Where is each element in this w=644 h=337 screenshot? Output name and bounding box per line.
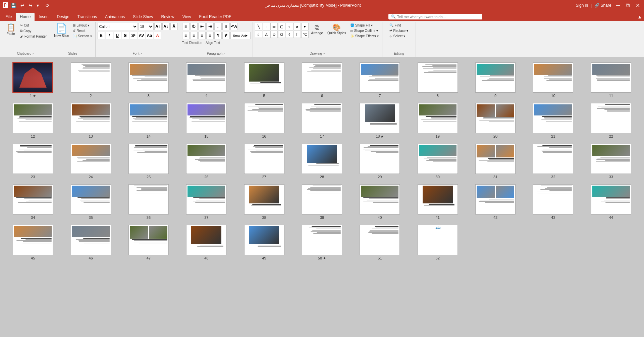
- customize-quick-access-button[interactable]: ▾: [35, 2, 40, 9]
- tab-foxit[interactable]: Foxit Reader PDF: [195, 13, 235, 21]
- slide-item-12[interactable]: 12: [5, 103, 60, 138]
- rtl-button[interactable]: ↰: [214, 32, 222, 39]
- shape-rounded-rect-button[interactable]: ▢: [278, 23, 285, 30]
- slide-thumb-10[interactable]: [533, 62, 573, 93]
- shape-bracket-button[interactable]: [: [293, 31, 301, 38]
- slide-item-45[interactable]: 45: [5, 225, 60, 260]
- slide-item-3[interactable]: 3: [121, 62, 176, 98]
- text-direction-button[interactable]: ↶A: [230, 23, 238, 30]
- slide-thumb-20[interactable]: [475, 103, 516, 133]
- tab-review[interactable]: Review: [157, 13, 178, 21]
- slide-thumb-21[interactable]: [533, 103, 573, 133]
- slide-item-41[interactable]: 41: [410, 184, 465, 220]
- slide-item-2[interactable]: 2: [63, 62, 118, 98]
- shape-diamond-button[interactable]: ◇: [270, 31, 278, 38]
- slide-thumb-17[interactable]: [302, 103, 342, 133]
- slide-thumb-9[interactable]: [475, 62, 516, 93]
- slide-thumb-50[interactable]: [302, 225, 342, 255]
- columns-button[interactable]: ⫼: [222, 23, 230, 30]
- reset-button[interactable]: ↺ Reset: [71, 28, 93, 33]
- slide-item-18[interactable]: 18★: [352, 103, 407, 138]
- slide-item-23[interactable]: 23: [5, 144, 60, 179]
- slides-panel[interactable]: 1 ★ 23456789101112131415161718★192021222…: [0, 57, 644, 337]
- slide-thumb-28[interactable]: [302, 144, 342, 174]
- slide-thumb-26[interactable]: [186, 144, 226, 174]
- slide-item-24[interactable]: 24: [63, 144, 118, 179]
- font-name-select[interactable]: Calibri: [98, 23, 138, 30]
- slide-item-50[interactable]: 50★: [294, 225, 350, 260]
- slide-thumb-49[interactable]: [244, 225, 284, 255]
- font-color-button[interactable]: A: [154, 32, 161, 39]
- font-group-label[interactable]: Font ↗: [133, 52, 143, 56]
- char-spacing-button[interactable]: AV: [138, 32, 145, 39]
- slide-thumb-43[interactable]: [533, 184, 573, 214]
- shape-fill-button[interactable]: 🪣 Shape Fill ▾: [349, 23, 380, 28]
- slide-item-48[interactable]: 48: [179, 225, 234, 260]
- slide-item-5[interactable]: 5: [236, 62, 291, 98]
- align-right-button[interactable]: ≡: [198, 32, 206, 39]
- slide-item-42[interactable]: 42: [468, 184, 523, 220]
- slide-item-29[interactable]: 29: [352, 144, 407, 179]
- tab-design[interactable]: Design: [53, 13, 73, 21]
- slide-item-14[interactable]: 14: [121, 103, 176, 138]
- slide-thumb-11[interactable]: [591, 62, 631, 93]
- slide-item-37[interactable]: 37: [179, 184, 234, 220]
- slide-thumb-29[interactable]: [360, 144, 400, 174]
- tab-transitions[interactable]: Transitions: [73, 13, 101, 21]
- slide-item-47[interactable]: 47: [121, 225, 176, 260]
- slide-thumb-37[interactable]: [186, 184, 226, 214]
- shape-circle-button[interactable]: ○: [286, 23, 293, 30]
- slide-thumb-35[interactable]: [71, 184, 111, 214]
- undo-button[interactable]: ↩: [19, 2, 26, 9]
- slide-item-8[interactable]: 8: [410, 62, 465, 98]
- slide-thumb-1[interactable]: [13, 62, 53, 93]
- slide-item-21[interactable]: 21: [526, 103, 581, 138]
- shape-custom-button[interactable]: ⌥: [301, 31, 309, 38]
- shape-brace-button[interactable]: {: [286, 31, 293, 38]
- sign-in-button[interactable]: Sign in: [576, 3, 588, 8]
- slide-thumb-25[interactable]: [128, 144, 169, 174]
- slide-thumb-46[interactable]: [71, 225, 111, 255]
- slide-item-25[interactable]: 25: [121, 144, 176, 179]
- slide-thumb-33[interactable]: [591, 144, 631, 174]
- paragraph-group-label[interactable]: Paragraph ↗: [207, 52, 226, 56]
- slide-thumb-45[interactable]: [13, 225, 53, 255]
- slide-item-28[interactable]: 28: [294, 144, 350, 179]
- slide-item-34[interactable]: 34: [5, 184, 60, 220]
- find-button[interactable]: 🔍 Find: [388, 23, 410, 28]
- quick-styles-button[interactable]: 🎨 Quick Styles: [326, 23, 348, 36]
- slide-item-4[interactable]: 4: [179, 62, 234, 98]
- slide-thumb-44[interactable]: [591, 184, 631, 214]
- slide-thumb-32[interactable]: [533, 144, 573, 174]
- slide-item-6[interactable]: 6: [294, 62, 350, 98]
- slide-item-22[interactable]: 22: [584, 103, 639, 138]
- tab-view[interactable]: View: [178, 13, 195, 21]
- restore-button[interactable]: ⧉: [625, 2, 631, 8]
- font-case-button[interactable]: Aa: [146, 32, 153, 39]
- slide-item-20[interactable]: 20: [468, 103, 523, 138]
- slide-thumb-34[interactable]: [13, 184, 53, 214]
- shape-effects-button[interactable]: ✨ Shape Effects ▾: [349, 34, 380, 39]
- slide-thumb-19[interactable]: [418, 103, 458, 133]
- ribbon-collapse-button[interactable]: ▲: [635, 14, 644, 21]
- paste-button[interactable]: 📋 Paste: [3, 23, 18, 37]
- slide-thumb-3[interactable]: [128, 62, 169, 93]
- bold-button[interactable]: B: [98, 32, 105, 39]
- copy-button[interactable]: ⧉ Copy: [19, 28, 48, 34]
- decrease-indent-button[interactable]: ⇤: [198, 23, 206, 30]
- slide-thumb-15[interactable]: [186, 103, 226, 133]
- convert-smartart-button[interactable]: SmartArt▾: [230, 32, 251, 39]
- slide-thumb-5[interactable]: [244, 62, 284, 93]
- slide-item-15[interactable]: 15: [179, 103, 234, 138]
- strikethrough-button[interactable]: S: [122, 32, 129, 39]
- slide-thumb-13[interactable]: [71, 103, 111, 133]
- slide-thumb-2[interactable]: [71, 62, 111, 93]
- numbering-button[interactable]: ①: [190, 23, 198, 30]
- slide-item-7[interactable]: 7: [352, 62, 407, 98]
- font-size-select[interactable]: 18: [139, 23, 154, 30]
- slide-thumb-36[interactable]: [128, 184, 169, 214]
- new-slide-button[interactable]: 📄 New Slide: [52, 23, 71, 39]
- align-left-button[interactable]: ≡: [182, 32, 190, 39]
- slide-item-9[interactable]: 9: [468, 62, 523, 98]
- shape-rect-button[interactable]: ▭: [270, 23, 278, 30]
